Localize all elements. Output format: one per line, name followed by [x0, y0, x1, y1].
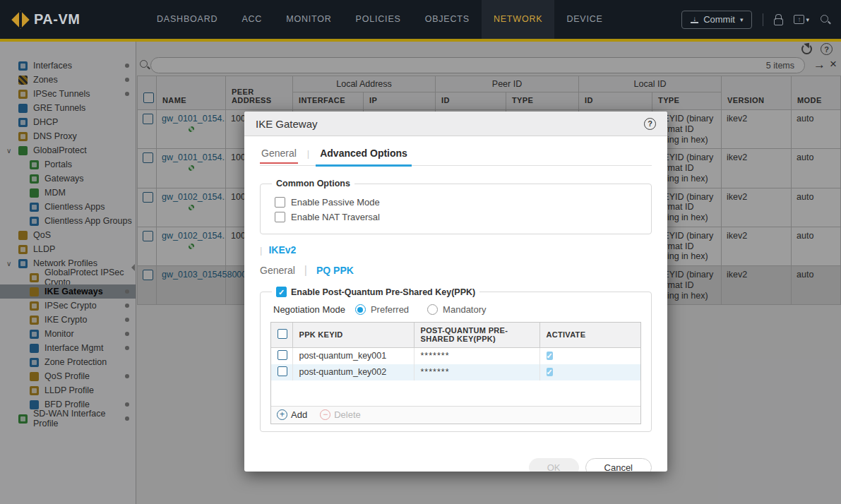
top-nav: PA-VM DASHBOARD ACC MONITOR POLICIES OBJ…	[0, 0, 841, 39]
enable-passive-mode-label: Enable Passive Mode	[291, 197, 380, 208]
ikev2-section-header: | IKEv2	[260, 244, 652, 256]
ppk-col-key[interactable]: POST-QUANTUM PRE-SHARED KEY(PPK)	[414, 323, 539, 347]
negotiation-mode-label: Negotiation Mode	[273, 304, 345, 315]
enable-nat-traversal-checkbox[interactable]	[275, 212, 285, 222]
negotiation-mode-row: Negotiation Mode Preferred Mandatory	[273, 304, 641, 315]
ikev2-subtabs: General | PQ PPK	[260, 264, 652, 277]
commit-label: Commit	[703, 14, 735, 25]
nav-tab-objects[interactable]: OBJECTS	[413, 0, 482, 39]
activate-checkbox-checked[interactable]: ✓	[547, 368, 553, 376]
ikev2-label[interactable]: IKEv2	[268, 244, 296, 256]
tab-advanced-options[interactable]: Advanced Options	[318, 148, 409, 165]
enable-ppk-label: Enable Post-Quantum Pre-Shared Key(PPK)	[291, 287, 475, 297]
ppk-select-all-checkbox[interactable]	[278, 329, 287, 339]
tab-separator: |	[307, 148, 309, 165]
config-export-button[interactable]: ↑ ▾	[794, 15, 809, 24]
subtab-separator: |	[304, 264, 307, 277]
ppk-grid-empty-area	[271, 380, 640, 406]
nav-tab-acc[interactable]: ACC	[229, 0, 274, 39]
activate-checkbox-checked[interactable]: ✓	[547, 352, 553, 360]
ppk-col-activate[interactable]: ACTIVATE	[539, 323, 640, 347]
dialog-titlebar: IKE Gateway ?	[244, 112, 667, 136]
delete-button[interactable]: − Delete	[320, 409, 361, 420]
export-icon: ↑	[794, 15, 804, 24]
ppk-grid: PPK KEYID POST-QUANTUM PRE-SHARED KEY(PP…	[270, 322, 641, 424]
dialog-tabs: General | Advanced Options	[260, 148, 652, 166]
dialog-title: IKE Gateway	[256, 118, 644, 130]
nav-tab-monitor[interactable]: MONITOR	[274, 0, 343, 39]
nav-divider	[763, 13, 763, 26]
commit-icon: ↓	[691, 16, 698, 23]
nav-right-tools: ↓ Commit ▾ ↑ ▾	[681, 0, 831, 39]
enable-nat-traversal-label: Enable NAT Traversal	[291, 212, 380, 222]
dialog-actions: OK Cancel	[260, 458, 652, 472]
tab-general[interactable]: General	[260, 148, 298, 165]
chevron-down-icon: ▾	[806, 16, 809, 23]
enable-passive-mode-row: Enable Passive Mode	[275, 197, 641, 208]
add-button[interactable]: + Add	[277, 409, 307, 420]
lock-icon[interactable]	[774, 18, 783, 25]
preferred-radio[interactable]	[355, 304, 366, 315]
palo-alto-logo-icon	[11, 11, 29, 28]
subtab-pq-ppk[interactable]: PQ PPK	[316, 265, 354, 276]
section-separator: |	[260, 245, 262, 256]
ike-gateway-dialog: IKE Gateway ? General | Advanced Options…	[244, 112, 667, 472]
plus-circle-icon: +	[277, 409, 287, 420]
mandatory-radio[interactable]	[427, 304, 438, 315]
ppk-grid-footer: + Add − Delete	[271, 406, 640, 424]
enable-passive-mode-checkbox[interactable]	[275, 197, 285, 208]
nav-tab-dashboard[interactable]: DASHBOARD	[145, 0, 229, 39]
chevron-down-icon: ▾	[740, 16, 744, 23]
nav-tab-device[interactable]: DEVICE	[554, 0, 614, 39]
ppk-legend: ✓ Enable Post-Quantum Pre-Shared Key(PPK…	[272, 287, 479, 297]
commit-button[interactable]: ↓ Commit ▾	[681, 11, 752, 29]
ppk-select-all-header	[271, 323, 292, 347]
dialog-body: General | Advanced Options Common Option…	[244, 148, 667, 472]
screen: PA-VM DASHBOARD ACC MONITOR POLICIES OBJ…	[0, 0, 841, 504]
nav-tab-policies[interactable]: POLICIES	[344, 0, 413, 39]
ppk-group: ✓ Enable Post-Quantum Pre-Shared Key(PPK…	[260, 287, 652, 432]
ok-button[interactable]: OK	[529, 458, 579, 472]
nav-tab-network[interactable]: NETWORK	[482, 0, 555, 39]
minus-circle-icon: −	[320, 409, 330, 420]
common-options-legend: Common Options	[272, 179, 354, 188]
dialog-help-icon[interactable]: ?	[644, 118, 656, 130]
brand-name: PA-VM	[34, 11, 80, 28]
gold-accent-bar	[0, 39, 841, 42]
brand: PA-VM	[11, 0, 80, 39]
ppk-col-keyid[interactable]: PPK KEYID	[292, 323, 414, 347]
ppk-row[interactable]: post-quantum_key001 ******* ✓	[271, 347, 640, 364]
ppk-row[interactable]: post-quantum_key002 ******* ✓	[271, 364, 640, 380]
enable-ppk-checkbox[interactable]: ✓	[276, 287, 287, 297]
subtab-general[interactable]: General	[260, 265, 295, 276]
common-options-group: Common Options Enable Passive Mode Enabl…	[260, 179, 652, 234]
cancel-button[interactable]: Cancel	[585, 458, 652, 472]
enable-nat-traversal-row: Enable NAT Traversal	[275, 212, 641, 222]
global-search-icon[interactable]	[820, 14, 831, 25]
mandatory-label: Mandatory	[443, 304, 486, 315]
ppk-row-checkbox[interactable]	[278, 350, 287, 360]
ppk-row-checkbox[interactable]	[278, 366, 287, 376]
nav-menu: DASHBOARD ACC MONITOR POLICIES OBJECTS N…	[145, 0, 615, 39]
preferred-label: Preferred	[371, 304, 409, 315]
